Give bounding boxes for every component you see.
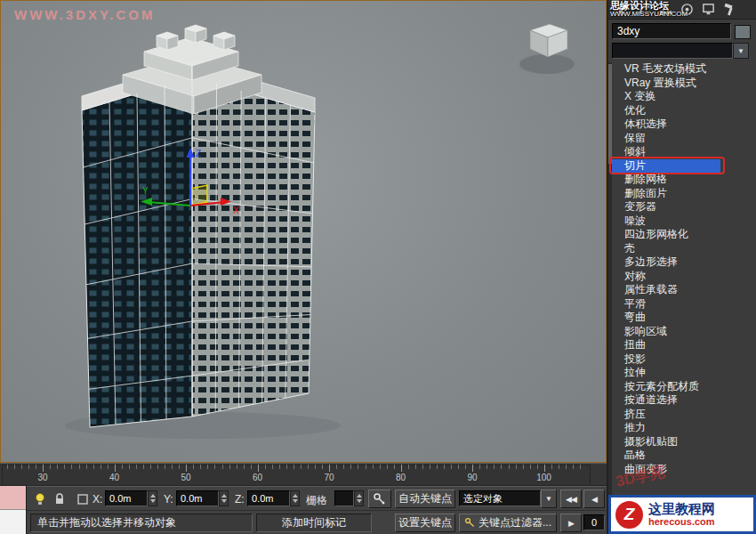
- timeline-ruler[interactable]: [2, 465, 591, 486]
- display-tab-icon[interactable]: [701, 3, 716, 17]
- x-coord-field[interactable]: 0.0m: [105, 490, 148, 506]
- modifier-item[interactable]: 按元素分配材质: [612, 380, 754, 394]
- modifier-item[interactable]: 摄影机贴图: [612, 435, 754, 449]
- modifier-item[interactable]: 挤压: [612, 408, 754, 422]
- timeline-frame-label: 30: [37, 473, 47, 482]
- mini-listener-macro-pane[interactable]: [0, 486, 26, 510]
- set-keys-button[interactable]: [368, 490, 391, 508]
- timeline-tick: [408, 465, 409, 469]
- previous-frame-button[interactable]: ◀: [583, 490, 605, 508]
- timeline-major-tick: [43, 465, 44, 472]
- modifier-item[interactable]: 曲面变形: [612, 463, 754, 477]
- modifier-item[interactable]: X 变换: [612, 90, 754, 104]
- modifier-item[interactable]: 推力: [612, 421, 754, 435]
- timeline-tick: [358, 465, 358, 469]
- modifier-item[interactable]: 优化: [612, 104, 754, 118]
- maxscript-mini-listener[interactable]: [0, 486, 27, 534]
- modifier-item[interactable]: 弯曲: [612, 311, 754, 325]
- object-name-field[interactable]: 3dxy: [612, 23, 731, 39]
- viewcube-icon[interactable]: [519, 24, 575, 74]
- timeline-tick: [214, 465, 215, 469]
- timeline-tick: [387, 465, 388, 469]
- mini-listener-script-pane[interactable]: [0, 510, 26, 534]
- selection-mode-arrow-icon[interactable]: ▼: [541, 490, 557, 508]
- modifier-item[interactable]: VR 毛发农场模式: [612, 62, 754, 77]
- modifier-item[interactable]: 影响区域: [612, 325, 754, 339]
- modifier-item[interactable]: 扭曲: [612, 338, 754, 352]
- grid-spinner[interactable]: [354, 490, 364, 506]
- absolute-mode-icon[interactable]: [75, 491, 91, 507]
- modifier-item[interactable]: 四边形网格化: [612, 228, 754, 242]
- motion-tab-icon[interactable]: [680, 3, 695, 17]
- z-coord-spinner[interactable]: [290, 490, 300, 506]
- y-coord-spinner[interactable]: [219, 490, 229, 506]
- modifier-item[interactable]: 按通道选择: [612, 393, 754, 408]
- lock-icon[interactable]: [52, 491, 68, 507]
- modify-tab-icon[interactable]: [637, 3, 652, 17]
- timeline[interactable]: 30405060708090100: [0, 463, 607, 486]
- modifier-item[interactable]: 投影: [612, 352, 754, 367]
- modifier-item[interactable]: 对称: [612, 270, 754, 284]
- y-coord-field[interactable]: 0.0m: [176, 490, 219, 506]
- modifier-item[interactable]: 拉伸: [612, 366, 754, 380]
- modifier-item[interactable]: 变形器: [612, 200, 754, 214]
- selection-mode-dropdown[interactable]: 选定对象: [459, 490, 541, 506]
- modifier-item[interactable]: 属性承载器: [612, 283, 754, 297]
- timeline-tick: [28, 465, 29, 469]
- timeline-tick: [251, 465, 252, 469]
- timeline-frame-label: 90: [467, 473, 477, 482]
- chevron-down-icon[interactable]: ▼: [733, 43, 749, 59]
- auto-key-button[interactable]: 自动关键点: [395, 490, 455, 508]
- key-filter-icon: [464, 517, 476, 529]
- grid-label: 栅格: [306, 493, 327, 508]
- object-color-swatch[interactable]: [735, 25, 751, 39]
- modifier-item[interactable]: 切片: [612, 159, 754, 174]
- building-model[interactable]: [82, 25, 315, 427]
- timeline-tick: [71, 465, 72, 469]
- timeline-tick: [458, 465, 459, 469]
- timeline-tick: [451, 465, 452, 469]
- modifier-item[interactable]: 体积选择: [612, 117, 754, 132]
- timeline-tick: [101, 465, 101, 469]
- modifier-list-dropdown[interactable]: [612, 43, 733, 59]
- timeline-tick: [444, 465, 445, 469]
- timeline-tick: [93, 465, 94, 469]
- timeline-tick: [165, 465, 165, 469]
- timeline-tick: [157, 465, 158, 469]
- set-key-button[interactable]: 设置关键点: [395, 514, 455, 532]
- modifier-item[interactable]: 倾斜: [612, 145, 754, 159]
- create-tab-icon[interactable]: [615, 3, 631, 17]
- modifier-item[interactable]: 删除网格: [612, 173, 754, 187]
- timeline-frame-label: 60: [253, 473, 262, 482]
- timeline-frame-label: 80: [396, 473, 406, 482]
- perspective-viewport[interactable]: Y X Z WWW.3DXY.COM: [0, 0, 607, 463]
- key-filters-button[interactable]: 关键点过滤器...: [459, 514, 557, 532]
- modifier-item[interactable]: 噪波: [612, 214, 754, 229]
- timeline-tick: [244, 465, 245, 469]
- timeline-tick: [516, 465, 517, 469]
- modifier-item[interactable]: 平滑: [612, 297, 754, 312]
- 3dsmax-window: Y X Z WWW.3DXY.COM: [0, 0, 756, 534]
- timeline-tick: [122, 465, 123, 469]
- hierarchy-tab-icon[interactable]: [658, 3, 673, 17]
- modifier-item[interactable]: 保留: [612, 132, 754, 146]
- z-coord-field[interactable]: 0.0m: [247, 490, 290, 506]
- timeline-tick: [64, 465, 65, 469]
- timeline-tick: [308, 465, 309, 469]
- x-coord-label: X:: [92, 493, 102, 506]
- lightbulb-icon[interactable]: [32, 491, 48, 507]
- tutorial-annotation-ring: [609, 157, 725, 174]
- play-button[interactable]: ▶: [560, 514, 582, 532]
- time-tag-field[interactable]: 添加时间标记: [256, 514, 372, 532]
- go-to-start-button[interactable]: ◀◀: [560, 490, 582, 508]
- grid-field[interactable]: [334, 490, 354, 506]
- utilities-tab-icon[interactable]: [722, 3, 737, 17]
- current-frame-field[interactable]: 0: [583, 514, 605, 530]
- modifier-item[interactable]: VRay 置换模式: [612, 77, 754, 91]
- timeline-major-tick: [472, 465, 473, 472]
- x-coord-spinner[interactable]: [148, 490, 157, 506]
- modifier-item[interactable]: 多边形选择: [612, 255, 754, 270]
- modifier-item[interactable]: 晶格: [612, 449, 754, 463]
- modifier-item[interactable]: 壳: [612, 242, 754, 256]
- modifier-item[interactable]: 删除面片: [612, 187, 754, 201]
